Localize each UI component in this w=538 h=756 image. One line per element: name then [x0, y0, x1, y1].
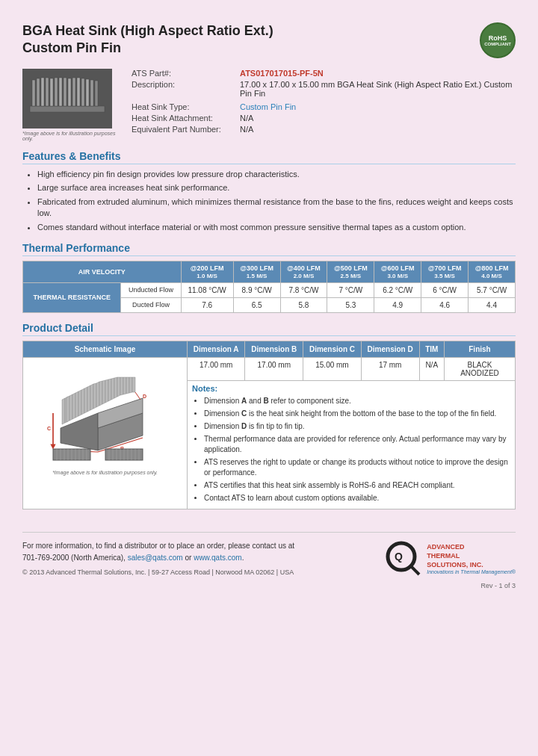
features-title: Features & Benefits [22, 150, 516, 164]
svg-marker-39 [114, 377, 117, 398]
notes-title: Notes: [192, 384, 510, 393]
notes-list: Dimension A and B refer to component siz… [192, 396, 510, 504]
dim-d-value: 17 mm [361, 357, 419, 380]
note-7: Contact ATS to learn about custom option… [204, 493, 510, 504]
contact-text: For more information, to find a distribu… [22, 540, 294, 564]
svg-line-76 [410, 566, 419, 574]
equiv-value: N/A [240, 125, 253, 134]
schematic-cell: C A B D [23, 357, 188, 509]
unducted-800: 5.7 °C/W [469, 282, 516, 297]
footer-left: For more information, to find a distribu… [22, 540, 294, 577]
attach-value: N/A [240, 114, 253, 123]
svg-marker-37 [108, 379, 111, 401]
ducted-700: 4.6 [421, 297, 469, 312]
unducted-300: 8.9 °C/W [233, 282, 280, 297]
part-number: ATS017017015-PF-5N [240, 69, 324, 78]
svg-rect-2 [37, 78, 40, 106]
spec-row-type: Heat Sink Type: Custom Pin Fin [132, 102, 516, 111]
dim-c-value: 15.00 mm [303, 357, 362, 380]
specs-block: ATS Part#: ATS017017015-PF-5N Descriptio… [132, 69, 516, 141]
svg-rect-10 [72, 78, 75, 106]
dim-b-header: Dimension B [245, 341, 303, 357]
features-list: High efficiency pin fin design provides … [22, 169, 516, 233]
dim-b-value: 17.00 mm [245, 357, 303, 380]
spec-row-equiv: Equivalent Part Number: N/A [132, 125, 516, 134]
note-3: Dimension D is fin tip to fin tip. [204, 421, 510, 432]
svg-rect-9 [68, 78, 71, 106]
svg-marker-35 [102, 380, 105, 404]
svg-marker-34 [99, 381, 102, 406]
unducted-label: Unducted Flow [121, 282, 181, 297]
svg-marker-28 [81, 388, 84, 415]
svg-rect-15 [95, 81, 98, 106]
svg-marker-31 [90, 384, 93, 410]
ducted-300: 6.5 [233, 297, 280, 312]
svg-line-17 [105, 101, 107, 106]
svg-marker-29 [84, 387, 87, 413]
list-item: High efficiency pin fin design provides … [37, 169, 516, 180]
q-logo-icon: Q [385, 540, 422, 577]
rohs-compliant: COMPLIANT [484, 42, 511, 46]
svg-marker-45 [132, 377, 135, 392]
ats-tagline: Innovations in Thermal Management® [427, 569, 516, 574]
description: 17.00 x 17.00 x 15.00 mm BGA Heat Sink (… [240, 80, 516, 98]
list-item: Fabricated from extruded aluminum, which… [37, 196, 516, 220]
svg-rect-6 [55, 78, 58, 106]
svg-marker-25 [72, 393, 75, 419]
col-400: @400 LFM2.0 M/S [280, 261, 327, 282]
schematic-header: Schematic Image [23, 341, 188, 357]
dim-a-value: 17.00 mm [188, 357, 245, 380]
dim-d-header: Dimension D [361, 341, 419, 357]
svg-marker-30 [87, 385, 90, 412]
svg-marker-24 [69, 394, 72, 421]
svg-rect-0 [30, 106, 105, 112]
svg-rect-11 [77, 78, 80, 106]
svg-rect-3 [41, 78, 44, 106]
col-700: @700 LFM3.5 M/S [421, 261, 469, 282]
list-item: Large surface area increases heat sink p… [37, 182, 516, 193]
note-5: ATS reserves the right to update or chan… [204, 457, 510, 478]
list-item: Comes standard without interface materia… [37, 222, 516, 233]
rohs-text: RoHS [489, 34, 507, 42]
svg-marker-44 [129, 377, 132, 393]
footer-logo: Q ADVANCEDTHERMALSOLUTIONS, INC. Innovat… [385, 540, 516, 577]
thermal-resistance-label: THERMAL RESISTANCE [23, 282, 121, 312]
unducted-600: 6.2 °C/W [374, 282, 421, 297]
desc-label: Description: [132, 80, 240, 98]
image-caption: *Image above is for illustration purpose… [22, 131, 120, 141]
ducted-label: Ducted Flow [121, 297, 181, 312]
dim-c-header: Dimension C [303, 341, 362, 357]
finish-header: Finish [444, 341, 515, 357]
thermal-title: Thermal Performance [22, 242, 516, 256]
ducted-200: 7.6 [181, 297, 233, 312]
ducted-400: 5.8 [280, 297, 327, 312]
page-number: Rev - 1 of 3 [22, 582, 516, 589]
schematic-caption: *Image above is for illustration purpose… [28, 470, 182, 475]
finish-value: BLACK ANODIZED [444, 357, 515, 380]
rohs-badge: RoHS COMPLIANT [480, 22, 516, 58]
svg-rect-5 [50, 78, 53, 106]
svg-rect-8 [64, 78, 67, 106]
ducted-600: 4.9 [374, 297, 421, 312]
ducted-500: 5.3 [327, 297, 374, 312]
col-200: @200 LFM1.0 M/S [181, 261, 233, 282]
spec-row-attach: Heat Sink Attachment: N/A [132, 114, 516, 123]
ats-text: ADVANCEDTHERMALSOLUTIONS, INC. Innovatio… [427, 543, 516, 574]
svg-rect-7 [59, 78, 62, 106]
svg-marker-26 [75, 391, 78, 418]
svg-rect-13 [86, 79, 89, 106]
tim-header: TIM [419, 341, 444, 357]
svg-text:D: D [143, 394, 146, 399]
svg-rect-1 [32, 80, 35, 106]
product-detail-title: Product Detail [22, 322, 516, 336]
product-image-box: *Image above is for illustration purpose… [22, 69, 120, 141]
type-value: Custom Pin Fin [240, 102, 296, 111]
svg-marker-27 [78, 390, 81, 416]
svg-marker-32 [93, 383, 96, 409]
svg-marker-33 [96, 382, 99, 407]
svg-marker-41 [120, 377, 123, 395]
col-500: @500 LFM2.5 M/S [327, 261, 374, 282]
svg-text:C: C [47, 426, 51, 431]
note-6: ATS certifies that this heat sink assemb… [204, 480, 510, 491]
thermal-row-unducted: THERMAL RESISTANCE Unducted Flow 11.08 °… [23, 282, 516, 297]
